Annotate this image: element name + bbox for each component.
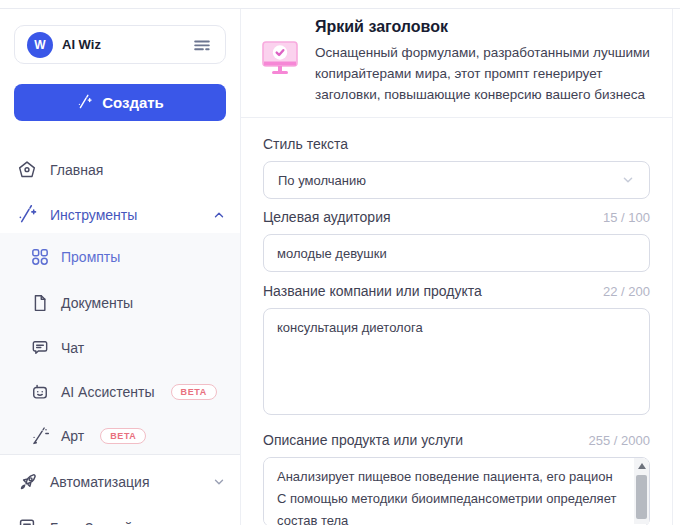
sidebar-item-label: Инструменты — [50, 207, 137, 223]
brand-logo-icon: W — [27, 32, 53, 58]
sidebar: W AI Wiz Создать Главная — [0, 9, 241, 525]
sidebar-item-automation[interactable]: Автоматизация — [0, 464, 240, 500]
sidebar-item-label: Арт — [61, 428, 84, 444]
prompt-form: Стиль текста По умолчанию Целевая аудито… — [241, 118, 672, 525]
product-description-label: Описание продукта или услуги — [263, 432, 463, 448]
textarea-scrollbar[interactable] — [634, 458, 649, 524]
chat-bubble-icon — [30, 338, 50, 358]
magic-pen-icon — [30, 426, 50, 446]
create-button-label: Создать — [102, 94, 164, 111]
sidebar-item-label: База Знаний — [50, 520, 132, 525]
prompt-header: Яркий заголовок Оснащенный формулами, ра… — [241, 9, 672, 118]
brand-name: AI Wiz — [62, 37, 101, 52]
doc-lines-icon — [16, 517, 38, 525]
wand-icon — [16, 204, 38, 226]
audience-label: Целевая аудитория — [263, 209, 391, 225]
monitor-check-icon — [258, 35, 302, 79]
sidebar-item-ai-assistants[interactable]: AI Ассистенты BETA — [0, 374, 240, 410]
sidebar-item-label: AI Ассистенты — [61, 384, 155, 400]
sidebar-collapse-button[interactable] — [191, 34, 213, 56]
company-textarea[interactable]: консультация диетолога — [263, 308, 650, 415]
scrollbar-thumb[interactable] — [636, 475, 647, 519]
sidebar-item-knowledge-base[interactable]: База Знаний — [0, 510, 240, 525]
sidebar-item-tools[interactable]: Инструменты — [0, 197, 240, 233]
style-select-value: По умолчанию — [278, 173, 366, 188]
sidebar-item-home[interactable]: Главная — [0, 152, 240, 188]
prompt-title: Яркий заголовок — [315, 18, 448, 36]
create-button[interactable]: Создать — [14, 84, 226, 121]
chevron-up-icon — [212, 208, 226, 222]
robot-icon — [30, 382, 50, 402]
sidebar-item-label: Автоматизация — [50, 474, 149, 490]
company-counter: 22 / 200 — [603, 284, 650, 299]
company-label: Название компании или продукта — [263, 283, 482, 299]
rocket-icon — [16, 471, 38, 493]
beta-badge: BETA — [171, 384, 217, 400]
sidebar-item-label: Документы — [61, 295, 133, 311]
prompt-description: Оснащенный формулами, разработанными луч… — [315, 42, 667, 105]
home-icon — [16, 159, 38, 181]
beta-badge: BETA — [100, 428, 146, 444]
sidebar-item-art[interactable]: Арт BETA — [0, 418, 240, 454]
main-panel: Яркий заголовок Оснащенный формулами, ра… — [241, 9, 673, 525]
sidebar-item-prompts[interactable]: Промпты — [0, 239, 240, 275]
sidebar-item-label: Промпты — [61, 249, 120, 265]
sidebar-item-chat[interactable]: Чат — [0, 330, 240, 366]
scroll-up-button[interactable] — [634, 458, 649, 474]
product-description-textarea[interactable]: Анализирует пищевое поведение пациента, … — [263, 457, 650, 525]
chevron-down-icon — [212, 475, 226, 489]
chevron-down-icon — [620, 172, 636, 188]
style-label: Стиль текста — [263, 136, 348, 152]
menu-lines-icon — [191, 34, 213, 56]
document-icon — [30, 293, 50, 313]
sidebar-item-label: Чат — [61, 340, 84, 356]
arrow-up-icon — [638, 463, 646, 469]
sidebar-item-label: Главная — [50, 162, 103, 178]
magic-wand-icon — [76, 94, 93, 111]
audience-counter: 15 / 100 — [603, 210, 650, 225]
sidebar-item-documents[interactable]: Документы — [0, 285, 240, 321]
product-description-counter: 255 / 2000 — [589, 433, 650, 448]
logo-card: W AI Wiz — [14, 25, 226, 64]
style-select[interactable]: По умолчанию — [263, 161, 650, 199]
audience-input[interactable] — [263, 234, 650, 272]
grid-icon — [30, 247, 50, 267]
